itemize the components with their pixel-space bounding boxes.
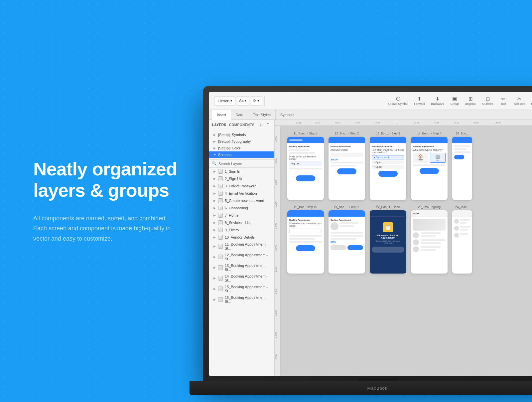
sketch-tabs: Insert Data Text Styles Symbols [209,110,532,120]
group-icon: ⬜ [218,235,223,240]
layer-item-color[interactable]: ▶ [Setup]: Color [209,145,274,151]
panel-header: LAYERS COMPONENTS + ⌃ [209,120,274,130]
screen-tasks-ongoing: 23_Task...ngoing Tasks [411,205,448,274]
components-tab[interactable]: COMPONENTS [229,123,255,127]
layer-forgot-password[interactable]: ▶ ⬜ 3_Forgot Password [209,182,274,190]
layer-booking-11[interactable]: ▶ ⬜ 11_Booking Appointment - St... [209,241,274,252]
tab-text-styles[interactable]: Text Styles [248,110,276,120]
ruler-top: -1,000 -800 -600 -400 -200 0 200 400 600… [275,120,532,126]
arrow-icon: ▶ [213,177,216,180]
arrow-icon: ▼ [213,153,216,156]
sketch-main: LAYERS COMPONENTS + ⌃ ▶ [Setup]: Symbols [209,120,532,376]
group-icon: ⬜ [218,176,223,181]
canvas-content: 11_Boo... - Step 1 Booking Appointment [281,126,532,376]
create-symbol-btn[interactable]: ⬡ Create Symbol [386,95,411,106]
arrow-icon: ▶ [213,133,216,136]
layer-create-password[interactable]: ▶ ⬜ 5_Create new password [209,197,274,204]
search-layers: 🔍 [209,160,274,168]
layer-vendor[interactable]: ▶ ⬜ 10_Vendor Details [209,234,274,241]
main-heading: Neatly organized layers & groups [33,158,193,201]
panel-tabs: LAYERS COMPONENTS [212,123,254,127]
data-btn[interactable]: ⟳ ▾ [250,96,262,105]
group-icon: ⬜ [218,206,223,210]
scissors-btn[interactable]: ✂ Scissors [511,95,528,106]
group-icon: ⬜ [218,255,223,259]
group-icon: ⬜ [218,297,223,302]
arrow-icon: ▶ [213,245,216,248]
arrow-icon: ▶ [213,236,216,239]
insert-btn[interactable]: + Insert ▾ [214,96,235,105]
macbook-notch [357,378,397,381]
group-icon: ⬜ [218,213,223,218]
toolbar-actions: ⬡ Create Symbol ⬆ Forward ⬇ Backward ▣ G… [386,95,532,106]
arrow-icon: ▶ [213,266,216,269]
ungroup-btn[interactable]: ⊞ Ungroup [462,95,479,106]
layer-booking-12[interactable]: ▶ ⬜ 12_Booking Appointment - St... [209,252,274,262]
rotate-btn[interactable]: ↻ Rotate [528,95,532,106]
layer-booking-13[interactable]: ▶ ⬜ 13_Booking Appointment - St... [209,262,274,273]
search-layers-input[interactable] [218,162,271,166]
sketch-toolbar: + Insert ▾ Aa ▾ ⟳ ▾ ⬡ Create Symbol ⬆ Fo… [209,92,532,110]
arrow-icon: ▶ [213,255,216,259]
edit-btn[interactable]: ✏ Edit [496,95,510,106]
font-btn[interactable]: Aa ▾ [236,96,250,105]
arrow-icon: ▶ [213,184,216,188]
group-icon: ⬜ [218,287,223,291]
sub-text: All components are named, sorted, and co… [33,213,173,244]
ruler-left: 2,000 2,200 2,400 2,600 2,800 3,000 3,20… [275,126,281,376]
arrow-icon: ▶ [213,214,216,217]
layer-services[interactable]: ▶ ⬜ 8_Sevices - List [209,219,274,226]
screen-booking-confirm: 21_Boo... - Step 11 Confirm Appointment [329,205,365,274]
screen-booking-step2: 12_Boo... - Step 2 Booking Appointment A… [329,132,365,200]
sketch-canvas[interactable]: -1,000 -800 -600 -400 -200 0 200 400 600… [275,120,532,376]
tab-insert[interactable]: Insert [212,110,231,120]
outlines-btn[interactable]: ◻ Outlines [479,95,496,106]
macbook-container: + Insert ▾ Aa ▾ ⟳ ▾ ⬡ Create Symbol ⬆ Fo… [203,86,532,402]
group-icon: ⬜ [218,276,223,281]
group-icon: ⬜ [218,169,223,174]
arrow-icon: ▶ [213,228,216,232]
tab-data[interactable]: Data [231,110,248,120]
screen-tasks2: 24_Task... [452,205,472,274]
arrow-icon: ▶ [213,140,216,143]
layer-home[interactable]: ▶ ⬜ 7_Home [209,212,274,219]
forward-btn[interactable]: ⬆ Forward [411,95,428,106]
group-icon: ⬜ [218,191,223,196]
group-btn[interactable]: ▣ Group [448,95,462,106]
layer-booking-16[interactable]: ▶ ⬜ 16_Booking Appointment - St... [209,294,274,305]
layer-onboarding[interactable]: ▶ ⬜ 6_Onboarding [209,204,274,212]
arrow-icon: ▶ [213,192,216,195]
group-icon: ⬜ [218,198,223,203]
screen-booking-step5: 15_Boo... [452,132,472,200]
macbook-body: + Insert ▾ Aa ▾ ⟳ ▾ ⬡ Create Symbol ⬆ Fo… [203,86,532,382]
group-icon: ⬜ [218,228,223,232]
layers-tab[interactable]: LAYERS [212,123,226,127]
group-icon: ⬜ [218,220,223,225]
arrow-icon: ▶ [213,277,216,280]
add-layer-btn[interactable]: + [258,122,264,128]
layer-filters[interactable]: ▶ ⬜ 9_Filters [209,226,274,234]
layer-item-typography[interactable]: ▶ [Setup]: Typography [209,138,274,145]
screen-booking-step10: 20_Boo...Step 10 Booking Appointment Wha… [287,205,324,274]
setup-layers: ▶ [Setup]: Symbols ▶ [Setup]: Typography… [209,130,274,160]
arrow-icon: ▶ [213,287,216,291]
screen-booking-done: 22_Boo...t - Done 📋 Successful Booking A… [370,205,406,274]
layer-booking-14[interactable]: ▶ ⬜ 14_Booking Appointment - St... [209,273,274,284]
layer-sign-in[interactable]: ▶ ⬜ 1_Sign In [209,168,274,175]
panel-icons: + ⌃ [258,122,271,128]
layer-item-symbols[interactable]: ▶ [Setup]: Symbols [209,131,274,138]
arrow-icon: ▶ [213,221,216,224]
screen-booking-step4: 14_Boo... - Step 4 Booking Appointment W… [411,132,448,200]
layers-panel: LAYERS COMPONENTS + ⌃ ▶ [Setup]: Symbols [209,120,275,376]
arrow-icon: ▶ [213,170,216,173]
backward-btn[interactable]: ⬇ Backward [428,95,447,106]
tab-symbols[interactable]: Symbols [276,110,299,120]
layer-list: ▶ ⬜ 1_Sign In ▶ ⬜ 2_Sign Up ▶ ⬜ 3_Fo [209,168,274,376]
layer-sign-up[interactable]: ▶ ⬜ 2_Sign Up [209,175,274,182]
left-section: Neatly organized layers & groups All com… [33,158,193,244]
layer-booking-15[interactable]: ▶ ⬜ 15_Booking Appointment - St... [209,284,274,294]
layer-item-screens[interactable]: ▼ Screens [209,151,274,158]
options-btn[interactable]: ⌃ [265,122,271,128]
search-icon: 🔍 [212,161,217,166]
layer-email-verification[interactable]: ▶ ⬜ 4_Email Verification [209,190,274,197]
